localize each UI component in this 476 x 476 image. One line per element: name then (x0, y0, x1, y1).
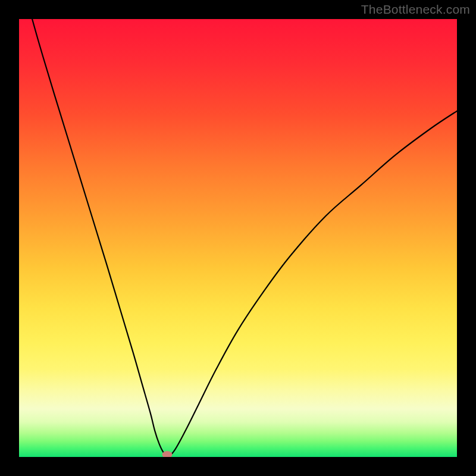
watermark-text: TheBottleneck.com (361, 2, 470, 17)
plot-area (19, 19, 457, 457)
chart-frame: TheBottleneck.com (0, 0, 476, 476)
curve-layer (19, 19, 457, 457)
bottleneck-curve (32, 19, 457, 456)
minimum-marker-icon (162, 451, 172, 457)
